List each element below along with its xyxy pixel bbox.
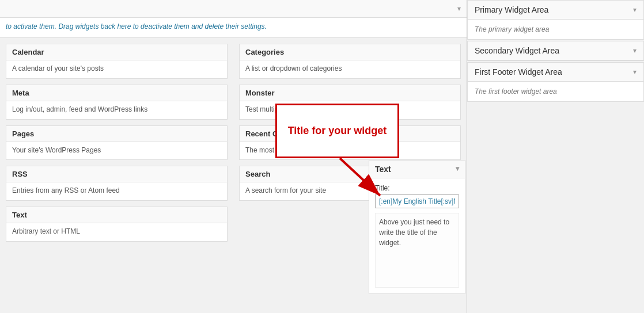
widget-area-first-footer-header[interactable]: First Footer Widget Area ▾ [468, 63, 643, 82]
right-panel: Primary Widget Area ▾ The primary widget… [467, 0, 644, 313]
text-widget-body: Title: Above you just need to write the … [369, 178, 465, 293]
widget-area-secondary-header[interactable]: Secondary Widget Area ▾ [468, 41, 643, 60]
title-label: Title: [375, 184, 459, 192]
widget-categories-desc: A list or dropdown of categories [240, 60, 460, 78]
title-input[interactable] [375, 194, 459, 208]
widget-calendar-title[interactable]: Calendar [6, 44, 227, 60]
widget-rss-title[interactable]: RSS [6, 166, 227, 182]
widget-area-first-footer-content: The first footer widget area [468, 82, 643, 101]
widget-text-title[interactable]: Text [6, 207, 227, 223]
deactivate-text: to activate them. Drag widgets back here… [6, 22, 267, 30]
text-widget-header-label: Text [375, 165, 391, 174]
widget-area-first-footer: First Footer Widget Area ▾ The first foo… [467, 62, 644, 102]
widget-rss-desc: Entries from any RSS or Atom feed [6, 182, 227, 200]
widget-calendar-desc: A calendar of your site's posts [6, 60, 227, 78]
widget-area-primary-title: Primary Widget Area [475, 5, 548, 14]
widget-text[interactable]: Text Arbitrary text or HTML [6, 207, 228, 242]
widget-calendar[interactable]: Calendar A calendar of your site's posts [6, 44, 228, 79]
widget-rss[interactable]: RSS Entries from any RSS or Atom feed [6, 166, 228, 201]
widget-area-primary-header[interactable]: Primary Widget Area ▾ [468, 1, 643, 20]
tooltip-text: Title for your widget [288, 125, 387, 137]
hint-text: Above you just need to write the title o… [375, 213, 459, 288]
widget-area-secondary-title: Secondary Widget Area [475, 46, 559, 55]
widget-area-first-footer-title: First Footer Widget Area [475, 67, 562, 77]
widget-area-secondary-arrow-icon[interactable]: ▾ [633, 47, 637, 55]
widget-area-first-footer-arrow-icon[interactable]: ▾ [633, 68, 637, 76]
deactivate-instruction: to activate them. Drag widgets back here… [0, 18, 467, 38]
widget-area-primary-content: The primary widget area [468, 20, 643, 39]
widget-meta-desc: Log in/out, admin, feed and WordPress li… [6, 101, 227, 119]
widget-text-desc: Arbitrary text or HTML [6, 223, 227, 241]
widget-area-primary-desc: The primary widget area [475, 25, 549, 33]
widget-area-primary: Primary Widget Area ▾ The primary widget… [467, 0, 644, 40]
widget-pages-desc: Your site's WordPress Pages [6, 142, 227, 160]
top-bar: ▾ [0, 0, 467, 18]
text-widget-expanded: Text ▾ Title: Above you just need to wri… [369, 160, 465, 294]
text-widget-header[interactable]: Text ▾ [369, 161, 465, 178]
widget-pages-title[interactable]: Pages [6, 126, 227, 142]
widget-pages[interactable]: Pages Your site's WordPress Pages [6, 125, 228, 161]
widget-categories-title[interactable]: Categories [240, 44, 460, 60]
widget-area-primary-arrow-icon[interactable]: ▾ [633, 6, 637, 14]
widget-monster-title[interactable]: Monster [240, 85, 460, 101]
tooltip-box: Title for your widget [275, 104, 399, 158]
widget-meta-title[interactable]: Meta [6, 85, 227, 101]
widget-meta[interactable]: Meta Log in/out, admin, feed and WordPre… [6, 85, 228, 120]
widget-area-first-footer-desc: The first footer widget area [475, 87, 557, 96]
widget-area-secondary: Secondary Widget Area ▾ [467, 41, 644, 61]
text-widget-collapse-icon[interactable]: ▾ [456, 165, 459, 174]
collapse-arrow-icon[interactable]: ▾ [457, 5, 461, 13]
widget-categories[interactable]: Categories A list or dropdown of categor… [239, 44, 461, 79]
